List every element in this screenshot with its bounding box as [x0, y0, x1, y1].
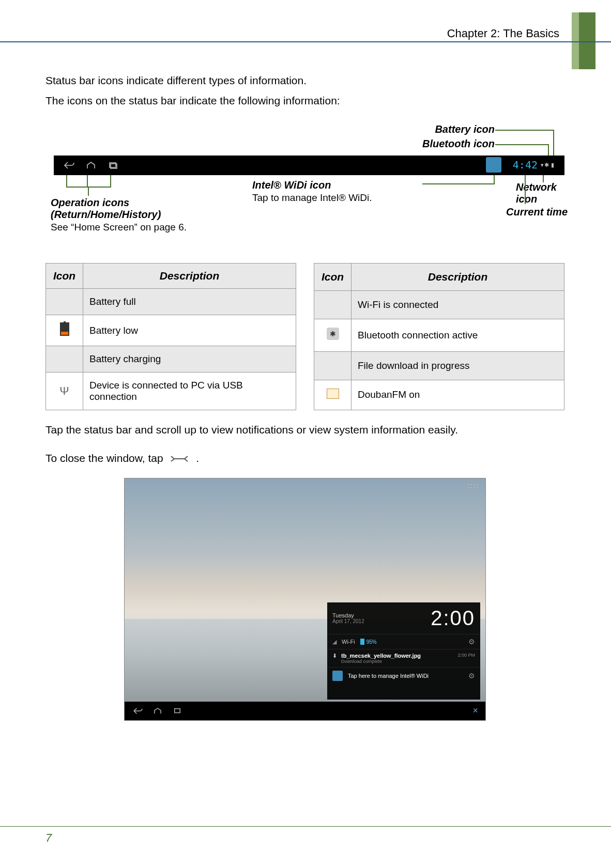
desc-battery-low: Battery low [83, 315, 296, 346]
settings-slider-icon[interactable]: ⚙ [468, 638, 475, 646]
notification-paragraph-2: To close the window, tap . [45, 450, 564, 467]
download-arrow-icon: ⬇ [332, 653, 337, 659]
panel-download-row[interactable]: ⬇ 2:00 PM tb_mecsek_yellow_flower.jpg Do… [327, 649, 480, 668]
panel-day: Tuesday [332, 612, 364, 618]
panel-dl-filename: tb_mecsek_yellow_flower.jpg [332, 653, 475, 659]
battery-status-icon: ▮ [551, 162, 554, 168]
settings-slider-icon[interactable]: ⚙ [468, 672, 475, 680]
panel-date: April 17, 2012 [332, 618, 364, 624]
desc-wifi: Wi-Fi is connected [352, 291, 564, 319]
screenshot-nav-bar: × [125, 702, 485, 720]
widi-icon [486, 157, 501, 173]
notification-paragraph-1: Tap the status bar and scroll up to view… [45, 422, 564, 439]
icon-table-left: IconDescription Battery full Battery low… [45, 263, 296, 410]
panel-widi-message: Tap here to manage Intel® WiDi [348, 673, 429, 679]
home-icon [85, 161, 97, 169]
callout-bluetooth: Bluetooth icon [422, 138, 495, 150]
callout-widi: Intel® WiDi icon Tap to manage Intel® Wi… [252, 179, 372, 204]
desc-doubanfm: DoubanFM on [352, 380, 564, 410]
back-icon[interactable] [132, 707, 144, 715]
usb-connection-icon: Ψ [46, 373, 83, 410]
recent-apps-icon [106, 161, 119, 169]
back-icon [63, 161, 75, 169]
recent-apps-icon[interactable] [171, 707, 184, 715]
col-description: Description [352, 264, 564, 291]
panel-wifi-icon: ◢ [332, 639, 337, 645]
doubanfm-icon [314, 380, 352, 410]
notification-panel-screenshot: :::: Tuesday April 17, 2012 2:00 ◢ Wi-Fi… [124, 478, 486, 721]
battery-low-icon [46, 315, 83, 346]
panel-widi-icon [332, 671, 343, 681]
desc-bluetooth: Bluetooth connection active [352, 319, 564, 352]
footer-rule [0, 826, 611, 827]
panel-dl-status: Download complete [332, 659, 475, 664]
col-icon: Icon [46, 264, 83, 289]
panel-wifi-label: Wi-Fi [342, 639, 355, 645]
panel-quick-settings-row[interactable]: ◢ Wi-Fi 95% ⚙ [327, 634, 480, 649]
callout-operation-icons: Operation icons (Return/Home/History) Se… [51, 197, 187, 233]
status-time: 4:42 [513, 159, 538, 171]
close-notifications-icon[interactable]: × [472, 705, 478, 716]
callout-current-time: Current time [433, 206, 568, 218]
panel-clock: 2:00 [431, 607, 475, 630]
drag-handle-icon: :::: [467, 482, 479, 490]
status-bar-mock: 4:42 ▾ ✱ ▮ [54, 156, 564, 175]
panel-dl-time: 2:00 PM [457, 653, 475, 658]
desc-battery-charging: Battery charging [83, 346, 296, 373]
page-number: 7 [45, 831, 52, 845]
page-corner-decoration [579, 12, 595, 69]
panel-widi-row[interactable]: Tap here to manage Intel® WiDi ⚙ [327, 668, 480, 684]
wifi-connected-icon [314, 291, 352, 319]
battery-full-icon [46, 289, 83, 315]
col-description: Description [83, 264, 296, 289]
icon-description-tables: IconDescription Battery full Battery low… [45, 263, 564, 410]
close-panel-icon [169, 454, 190, 463]
icon-table-right: IconDescription Wi-Fi is connected Bluet… [314, 263, 564, 410]
download-progress-icon [314, 351, 352, 380]
notification-panel: Tuesday April 17, 2012 2:00 ◢ Wi-Fi 95% … [327, 602, 480, 700]
chapter-title: Chapter 2: The Basics [447, 27, 559, 40]
status-bar-diagram: Battery icon Bluetooth icon 4:42 ▾ ✱ ▮ O… [45, 123, 564, 237]
callout-battery: Battery icon [435, 123, 495, 135]
intro-paragraph-2: The icons on the status bar indicate the… [45, 92, 564, 110]
home-icon[interactable] [151, 707, 164, 715]
desc-usb-connection: Device is connected to PC via USB connec… [83, 373, 296, 410]
header-rule [0, 41, 611, 42]
bluetooth-active-icon [314, 319, 352, 352]
svg-rect-2 [175, 709, 180, 713]
panel-battery-value: 95% [360, 639, 377, 645]
col-icon: Icon [314, 264, 352, 291]
wifi-icon: ▾ [541, 162, 544, 168]
intro-paragraph-1: Status bar icons indicate different type… [45, 72, 564, 89]
bluetooth-status-icon: ✱ [544, 162, 549, 168]
battery-charging-icon [46, 346, 83, 373]
desc-battery-full: Battery full [83, 289, 296, 315]
desc-download: File download in progress [352, 351, 564, 380]
callout-network: Network icon [516, 181, 568, 205]
